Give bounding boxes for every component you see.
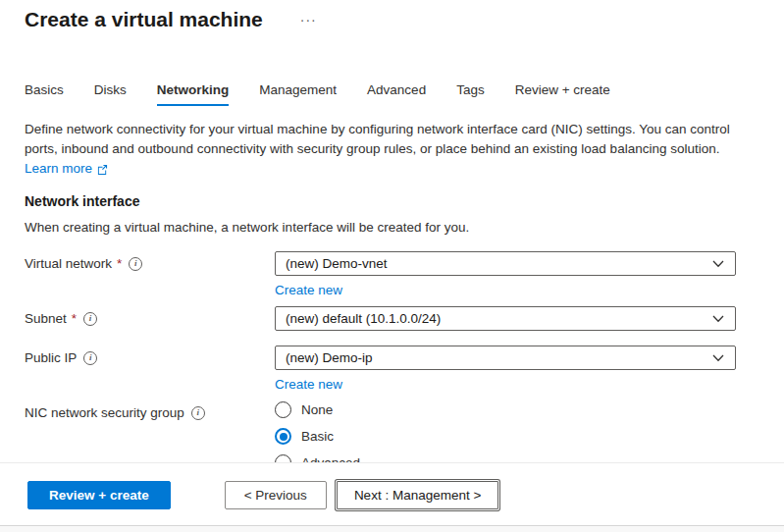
virtual-network-label: Virtual network* i <box>25 251 275 272</box>
required-asterisk: * <box>72 310 77 327</box>
public-ip-select[interactable]: (new) Demo-ip <box>275 346 736 370</box>
nsg-option-label[interactable]: None <box>301 401 333 418</box>
info-icon[interactable]: i <box>129 257 142 271</box>
subnet-select[interactable]: (new) default (10.1.0.0/24) <box>275 306 736 331</box>
chevron-down-icon <box>712 315 724 323</box>
radio-button-icon[interactable] <box>275 401 291 418</box>
create-new-vnet-link[interactable]: Create new <box>275 281 342 299</box>
tab-review-create[interactable]: Review + create <box>515 82 610 106</box>
external-link-icon <box>97 164 108 175</box>
public-ip-label: Public IP i <box>25 346 275 366</box>
section-heading: Network interface <box>25 192 759 210</box>
networking-form: Virtual network* i (new) Demo-vnet Creat… <box>25 251 759 481</box>
page-title: Create a virtual machine <box>25 6 263 33</box>
virtual-network-value: (new) Demo-vnet <box>286 256 388 271</box>
virtual-network-select[interactable]: (new) Demo-vnet <box>275 251 736 276</box>
subnet-label: Subnet* i <box>25 306 275 327</box>
header: Create a virtual machine ··· <box>25 0 759 33</box>
create-new-public-ip-link[interactable]: Create new <box>275 375 342 394</box>
more-menu-icon[interactable]: ··· <box>300 6 317 33</box>
nic-nsg-label: NIC network security group i <box>25 400 275 421</box>
public-ip-value: (new) Demo-ip <box>286 350 373 365</box>
chevron-down-icon <box>712 260 724 268</box>
next-management-button[interactable]: Next : Management > <box>337 481 498 509</box>
info-icon[interactable]: i <box>83 351 97 365</box>
tab-networking[interactable]: Networking <box>157 82 230 106</box>
required-asterisk: * <box>117 255 122 272</box>
wizard-tabs: Basics Disks Networking Management Advan… <box>25 82 759 106</box>
nsg-radio-none[interactable]: None <box>275 401 736 418</box>
tab-tags[interactable]: Tags <box>456 82 485 106</box>
learn-more-link[interactable]: Learn more <box>25 159 108 179</box>
subnet-control: (new) default (10.1.0.0/24) <box>275 306 736 331</box>
tab-description: Define network connectivity for your vir… <box>25 120 759 159</box>
radio-button-selected-icon[interactable] <box>275 428 291 445</box>
tab-disks[interactable]: Disks <box>94 82 127 106</box>
learn-more-label: Learn more <box>25 159 92 179</box>
info-icon[interactable]: i <box>83 312 97 326</box>
virtual-network-control: (new) Demo-vnet Create new <box>275 251 736 299</box>
tab-advanced[interactable]: Advanced <box>367 82 426 106</box>
tab-management[interactable]: Management <box>259 82 337 106</box>
nsg-option-label[interactable]: Basic <box>301 428 334 445</box>
chevron-down-icon <box>712 354 724 362</box>
info-icon[interactable]: i <box>191 406 205 420</box>
subnet-row: Subnet* i (new) default (10.1.0.0/24) <box>25 306 759 331</box>
public-ip-row: Public IP i (new) Demo-ip Create new <box>25 346 759 394</box>
create-vm-pane: Create a virtual machine ··· Basics Disk… <box>0 0 784 481</box>
virtual-network-row: Virtual network* i (new) Demo-vnet Creat… <box>25 251 759 299</box>
tab-basics[interactable]: Basics <box>25 82 64 106</box>
previous-button[interactable]: < Previous <box>225 481 327 509</box>
pane-bottom-edge <box>0 525 784 532</box>
wizard-footer: Review + create < Previous Next : Manage… <box>0 462 784 525</box>
nsg-radio-basic[interactable]: Basic <box>275 428 736 445</box>
review-create-button[interactable]: Review + create <box>27 481 171 509</box>
public-ip-control: (new) Demo-ip Create new <box>275 346 736 394</box>
section-subtext: When creating a virtual machine, a netwo… <box>25 218 759 238</box>
subnet-value: (new) default (10.1.0.0/24) <box>286 311 441 326</box>
